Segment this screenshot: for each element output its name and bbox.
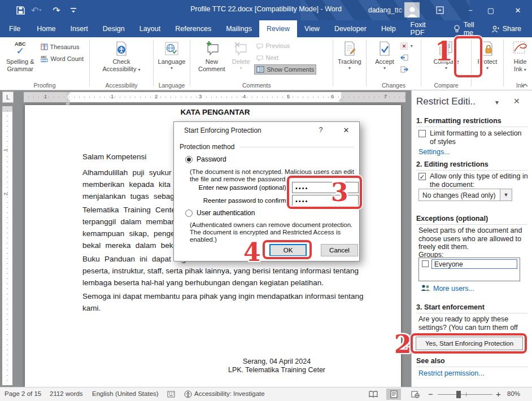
minimize-button[interactable]: − <box>461 0 480 20</box>
user-authentication-radio[interactable] <box>185 210 193 217</box>
more-users-link[interactable]: More users... <box>433 285 474 293</box>
group-label-changes: Changes <box>367 82 421 89</box>
editing-type-dropdown[interactable]: No changes (Read only) ▼ <box>418 189 512 201</box>
hanging-indent-marker[interactable] <box>65 98 71 102</box>
zoom-out-button[interactable]: − <box>428 389 433 399</box>
cancel-button[interactable]: Cancel <box>321 244 358 256</box>
document-line: peserta, instruktur, staff, serta pihak … <box>82 267 348 275</box>
chevron-down-icon <box>486 66 489 71</box>
word-count-indicator[interactable]: 2112 words <box>50 390 83 397</box>
document-line: lembaga beserta hal-hal yang berhubungan… <box>82 278 348 287</box>
accessibility-status[interactable]: Accessibility: Investigate <box>194 390 265 397</box>
limit-formatting-checkbox[interactable] <box>418 130 426 137</box>
page-indicator[interactable]: Page 2 of 15 <box>5 390 41 397</box>
tab-home[interactable]: Home <box>29 20 63 37</box>
show-comments-button[interactable]: Show Comments <box>254 64 316 75</box>
chevron-down-icon <box>240 66 242 71</box>
word-count-button[interactable]: ABC123 Word Count <box>39 54 86 64</box>
spelling-grammar-button[interactable]: ABC ✓ Spelling & Grammar <box>4 38 37 80</box>
first-line-indent-marker[interactable] <box>65 92 71 96</box>
chevron-down-icon <box>445 66 447 71</box>
previous-comment-icon <box>256 43 263 49</box>
allow-editing-checkbox[interactable]: ✓ <box>418 173 426 180</box>
group-label-compare: Compare <box>421 82 471 89</box>
password-note: the file and remove the password.) <box>190 176 289 183</box>
previous-change-button[interactable] <box>399 53 415 63</box>
close-button[interactable]: ✕ <box>508 0 527 20</box>
right-indent-marker[interactable] <box>338 98 344 102</box>
tab-review[interactable]: Review <box>259 20 297 37</box>
tab-foxit-pdf[interactable]: Foxit PDF <box>403 20 446 37</box>
reject-button[interactable] <box>399 41 415 51</box>
accessibility-status-icon[interactable] <box>184 390 192 398</box>
avatar[interactable] <box>404 2 420 18</box>
vertical-ruler[interactable]: 1 2 <box>2 106 12 385</box>
chevron-down-icon <box>138 67 140 72</box>
groups-listbox[interactable]: Everyone <box>418 258 520 281</box>
tab-stop-selector[interactable]: L <box>2 91 14 103</box>
print-layout-button[interactable] <box>386 389 401 400</box>
tab-insert[interactable]: Insert <box>63 20 95 37</box>
next-comment-button[interactable]: Next <box>254 53 316 63</box>
delete-comment-button[interactable]: Delete <box>230 38 252 80</box>
ribbon-display-options-icon[interactable] <box>430 0 450 20</box>
annotation-box-enforce <box>411 333 527 354</box>
group-label-accessibility: Accessibility <box>90 82 153 89</box>
zoom-in-button[interactable]: + <box>496 389 501 399</box>
accept-button[interactable]: Accept <box>373 38 396 80</box>
ruler-number: 3 <box>199 93 202 99</box>
ruler-number: 7 <box>384 93 387 99</box>
group-ink: Hide Ink Ink <box>504 37 532 90</box>
everyone-item[interactable]: Everyone <box>431 259 517 269</box>
tracking-button[interactable]: Tracking <box>335 38 364 80</box>
dialog-help-button[interactable]: ? <box>315 126 326 134</box>
restore-button[interactable]: ▢ <box>481 0 500 20</box>
settings-link[interactable]: Settings... <box>418 148 450 156</box>
tab-view[interactable]: View <box>297 20 327 37</box>
check-accessibility-button[interactable]: Check Accessibility <box>101 38 143 80</box>
hide-ink-button[interactable]: Hide Ink <box>511 38 530 80</box>
thesaurus-icon <box>41 43 48 50</box>
thesaurus-button[interactable]: Thesaurus <box>39 42 86 52</box>
macro-recording-icon[interactable] <box>167 391 175 398</box>
allow-editing-label: Allow only this type of editing in the d… <box>430 172 530 189</box>
language-button[interactable]: Language <box>156 38 188 80</box>
group-changes: Accept Changes <box>367 37 421 90</box>
zoom-level[interactable]: 80% <box>507 390 520 397</box>
horizontal-ruler[interactable]: 1 1 2 3 4 5 6 7 <box>24 92 405 102</box>
tell-me-box[interactable]: Tell me <box>446 20 484 37</box>
language-indicator[interactable]: English (United States) <box>92 390 159 397</box>
web-layout-button[interactable] <box>408 389 422 400</box>
tab-layout[interactable]: Layout <box>132 20 168 37</box>
new-comment-button[interactable]: New Comment <box>196 38 228 80</box>
tab-developer[interactable]: Developer <box>327 20 374 37</box>
password-radio[interactable] <box>185 156 193 163</box>
tab-help[interactable]: Help <box>374 20 403 37</box>
collapse-ribbon-icon[interactable] <box>522 83 529 88</box>
tab-references[interactable]: References <box>168 20 219 37</box>
account-name[interactable]: dadang_ttc <box>368 6 402 14</box>
dialog-close-button[interactable]: ✕ <box>339 126 354 134</box>
pane-close-icon[interactable]: ✕ <box>513 97 520 106</box>
exceptions-title: Exceptions (optional) <box>416 215 488 223</box>
pane-options-chevron-icon[interactable]: ▼ <box>494 99 500 106</box>
everyone-checkbox[interactable] <box>422 260 429 267</box>
read-mode-button[interactable] <box>366 389 381 400</box>
document-heading: KATA PENGANTAR <box>82 108 348 116</box>
tab-mailings[interactable]: Mailings <box>219 20 259 37</box>
next-change-button[interactable] <box>399 64 415 75</box>
share-person-icon <box>491 25 499 33</box>
group-label-proofing: Proofing <box>0 82 89 89</box>
share-button[interactable]: Share <box>484 20 529 37</box>
tab-file[interactable]: File <box>0 20 29 37</box>
enter-password-label: Enter new password (optional): <box>191 184 288 191</box>
tab-design[interactable]: Design <box>95 20 132 37</box>
dropdown-chevron-icon[interactable]: ▼ <box>500 189 512 200</box>
previous-comment-button[interactable]: Previous <box>254 41 316 51</box>
restrict-permission-link[interactable]: Restrict permission... <box>418 369 485 377</box>
zoom-slider-track[interactable] <box>438 394 492 395</box>
annotation-box-password-fields <box>287 176 362 209</box>
zoom-slider-thumb[interactable] <box>456 391 461 398</box>
chevron-down-icon <box>524 67 526 72</box>
accept-icon <box>378 40 391 57</box>
